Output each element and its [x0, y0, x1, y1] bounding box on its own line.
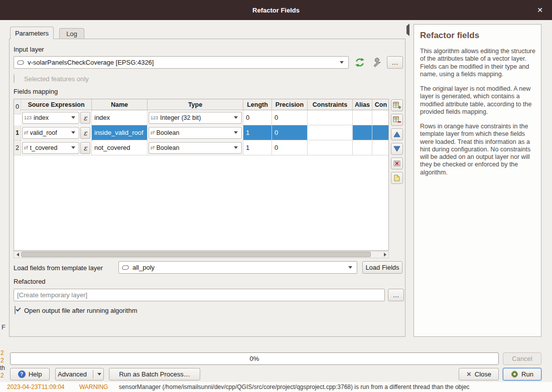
name-cell[interactable]: not_covered — [92, 140, 148, 155]
alias-cell[interactable] — [353, 125, 372, 140]
help-button[interactable]: ? Help — [10, 368, 50, 380]
chevron-down-icon[interactable] — [69, 142, 77, 153]
length-cell[interactable]: 1 — [243, 125, 272, 140]
fields-mapping-label: Fields mapping — [14, 88, 58, 95]
move-field-down-button[interactable] — [391, 143, 403, 155]
col-header-length[interactable]: Length — [243, 99, 272, 110]
advanced-button[interactable]: Advanced — [55, 368, 104, 380]
chevron-down-icon[interactable] — [97, 373, 101, 375]
scrollbar-thumb[interactable] — [21, 252, 371, 257]
type-value: Boolean — [157, 144, 180, 151]
move-field-up-button[interactable] — [391, 128, 403, 140]
output-browse-button[interactable]: … — [388, 289, 404, 301]
type-cell: t/f Boolean — [148, 125, 243, 140]
comment-cell[interactable] — [372, 140, 389, 155]
chevron-down-icon[interactable] — [338, 57, 346, 68]
chevron-down-icon[interactable] — [232, 127, 240, 138]
template-layer-combo[interactable]: all_poly — [118, 261, 357, 274]
col-header-name[interactable]: Name — [92, 99, 148, 110]
row-header[interactable]: 2 — [14, 140, 21, 155]
iterate-layer-icon[interactable] — [354, 57, 366, 69]
row-header[interactable]: 0 — [14, 99, 21, 114]
chevron-down-icon[interactable] — [69, 127, 77, 138]
col-header-alias[interactable]: Alias — [353, 99, 372, 110]
delete-field-button[interactable] — [391, 114, 403, 126]
constraints-cell[interactable] — [308, 140, 353, 155]
comment-cell[interactable] — [372, 110, 389, 125]
load-fields-button[interactable]: Load Fields — [362, 261, 402, 274]
source-expression-combo[interactable]: t/f t_covered — [22, 142, 79, 154]
chevron-down-icon[interactable] — [232, 142, 240, 153]
run-gear-icon — [511, 370, 518, 378]
expression-builder-button[interactable]: ε — [80, 127, 90, 139]
divider — [93, 370, 93, 378]
template-layer-label: Load fields from template layer — [14, 264, 103, 272]
constraints-cell[interactable] — [308, 110, 353, 125]
tab-parameters[interactable]: Parameters — [10, 27, 54, 39]
alias-cell[interactable] — [353, 110, 372, 125]
integer-field-icon: 123 — [151, 115, 158, 120]
close-icon: ✕ — [466, 370, 472, 378]
close-button[interactable]: ✕ Close — [459, 368, 499, 380]
fields-mapping-table: Source Expression Name Type Length Preci… — [14, 99, 389, 251]
clear-fields-button[interactable] — [391, 157, 403, 169]
alias-cell[interactable] — [353, 140, 372, 155]
add-field-button[interactable] — [391, 99, 403, 111]
type-combo[interactable]: 123 Integer (32 bit) — [149, 112, 242, 124]
precision-cell[interactable]: 0 — [272, 140, 308, 155]
col-header-comment[interactable]: Con — [372, 99, 389, 110]
constraints-cell[interactable] — [308, 125, 353, 140]
expression-builder-button[interactable]: ε — [80, 142, 90, 154]
input-layer-combo[interactable]: v-solarPanelsCheckCoverage [EPSG:4326] — [14, 56, 349, 69]
type-combo[interactable]: t/f Boolean — [149, 142, 242, 154]
name-cell[interactable]: index — [92, 110, 148, 125]
source-expression-combo[interactable]: t/f valid_roof — [22, 127, 79, 139]
length-cell[interactable]: 0 — [243, 110, 272, 125]
window-close-icon[interactable]: ✕ — [537, 0, 543, 20]
input-layer-value: v-solarPanelsCheckCoverage [EPSG:4326] — [28, 59, 154, 66]
cancel-button[interactable]: Cancel — [503, 352, 541, 365]
chevron-down-icon[interactable] — [346, 262, 354, 273]
reset-fields-button[interactable] — [391, 172, 403, 184]
log-fragment: 2 — [1, 372, 4, 379]
col-header-type[interactable]: Type — [148, 99, 243, 110]
help-paragraph: This algorithm allows editing the struct… — [420, 48, 536, 78]
col-header-precision[interactable]: Precision — [272, 99, 308, 110]
help-panel-title: Refactor fields — [420, 31, 536, 41]
output-file-input[interactable]: [Create temporary layer] — [14, 289, 385, 301]
comment-cell[interactable] — [372, 125, 389, 140]
col-header-source-expression[interactable]: Source Expression — [21, 99, 92, 110]
source-expression-value: t_covered — [30, 144, 58, 151]
col-header-constraints[interactable]: Constraints — [308, 99, 353, 110]
row-header[interactable]: 1 — [14, 125, 21, 140]
scroll-left-icon[interactable] — [14, 252, 21, 258]
scroll-right-icon[interactable] — [381, 252, 388, 258]
chevron-down-icon[interactable] — [232, 112, 240, 123]
precision-cell[interactable]: 0 — [272, 110, 308, 125]
delete-field-icon — [393, 116, 401, 124]
length-cell[interactable]: 1 — [243, 140, 272, 155]
log-line: 2023-04-23T11:09:04 WARNING sensorManage… — [7, 383, 470, 390]
refactored-label: Refactored — [14, 278, 46, 285]
source-expression-cell: 123 index ε — [21, 110, 92, 125]
tab-log[interactable]: Log — [59, 28, 84, 39]
precision-cell[interactable]: 0 — [272, 125, 308, 140]
expression-builder-button[interactable]: ε — [80, 112, 90, 124]
run-as-batch-button[interactable]: Run as Batch Process… — [109, 368, 200, 380]
advanced-button-label: Advanced — [58, 370, 87, 378]
open-output-checkbox[interactable] — [15, 306, 16, 314]
source-expression-combo[interactable]: 123 index — [22, 112, 79, 124]
selected-features-checkbox[interactable] — [14, 74, 15, 83]
collapse-help-panel-icon[interactable] — [406, 26, 409, 34]
chevron-down-icon[interactable] — [69, 112, 77, 123]
name-cell[interactable]: inside_valid_roof — [92, 125, 148, 140]
type-combo[interactable]: t/f Boolean — [149, 127, 242, 139]
log-level: WARNING — [79, 383, 108, 390]
open-output-label: Open output file after running algorithm — [24, 307, 137, 314]
vector-layer-icon — [17, 60, 25, 65]
input-layer-browse-button[interactable]: … — [387, 56, 403, 69]
run-button[interactable]: Run — [503, 368, 541, 380]
refactor-fields-dialog: 2023-04-23T11:09:04 WARNING sensorManage… — [0, 0, 552, 392]
progress-value: 0% — [250, 355, 259, 362]
advanced-options-wrench-icon[interactable] — [372, 57, 383, 69]
